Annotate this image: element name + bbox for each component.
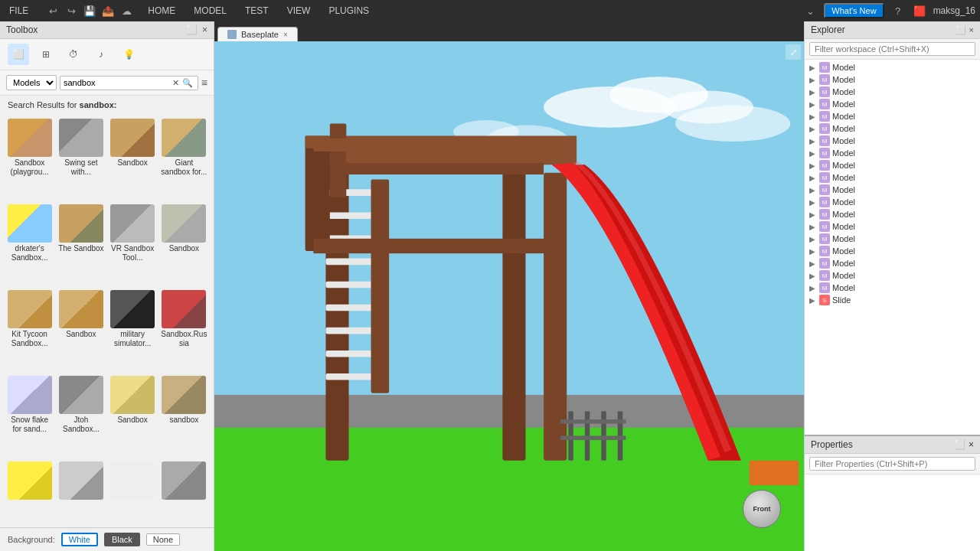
result-item[interactable]: military simulator... bbox=[108, 287, 158, 371]
search-input[interactable] bbox=[64, 78, 171, 87]
result-item[interactable]: Kit Tycoon Sandbox... bbox=[5, 287, 54, 371]
result-thumbnail bbox=[110, 461, 155, 500]
properties-search-input[interactable] bbox=[809, 457, 975, 471]
result-item[interactable]: Sandbox (playgrou... bbox=[5, 116, 54, 200]
tree-arrow-icon: ▶ bbox=[809, 210, 817, 219]
tree-item[interactable]: ▶ M Model bbox=[805, 122, 980, 135]
result-item[interactable]: Jtoh Sandbox... bbox=[56, 373, 106, 457]
camera-control[interactable]: Front bbox=[743, 490, 789, 536]
menu-plugins[interactable]: PLUGINS bbox=[324, 4, 374, 18]
models-tab-icon[interactable]: ⬜ bbox=[8, 44, 29, 65]
model-icon: M bbox=[819, 184, 830, 195]
result-thumbnail bbox=[59, 119, 103, 157]
viewport-maximize-button[interactable]: ⤢ bbox=[786, 44, 801, 60]
menu-view[interactable]: VIEW bbox=[283, 4, 315, 18]
tree-item[interactable]: ▶ M Model bbox=[805, 245, 980, 257]
result-item[interactable]: Sandbox bbox=[108, 116, 158, 200]
model-icon: M bbox=[819, 282, 830, 293]
tree-item[interactable]: ▶ M Model bbox=[805, 257, 980, 269]
tree-item[interactable]: ▶ M Model bbox=[805, 147, 980, 159]
result-item[interactable]: Swing set with... bbox=[56, 116, 106, 200]
result-thumbnail bbox=[59, 290, 103, 328]
search-query-text: sandbox: bbox=[80, 100, 117, 109]
audio-icon[interactable]: ♪ bbox=[90, 44, 112, 65]
bulb-icon[interactable]: 💡 bbox=[118, 44, 139, 65]
properties-expand-icon[interactable]: ⬜ bbox=[954, 439, 965, 450]
tree-item[interactable]: ▶ M Model bbox=[805, 220, 980, 233]
result-item[interactable] bbox=[56, 458, 106, 524]
svg-rect-38 bbox=[313, 139, 362, 152]
publish-icon[interactable]: 📤 bbox=[100, 3, 116, 18]
viewport[interactable]: ⤢ Front bbox=[214, 41, 804, 551]
result-item[interactable]: The Sandbox bbox=[56, 201, 106, 285]
tree-item[interactable]: ▶ M Model bbox=[805, 269, 980, 282]
tree-item[interactable]: ▶ M Model bbox=[805, 171, 980, 184]
tree-item[interactable]: ▶ M Model bbox=[805, 73, 980, 86]
result-item[interactable]: VR Sandbox Tool... bbox=[108, 201, 158, 285]
tab-close-icon[interactable]: × bbox=[283, 31, 288, 39]
result-item[interactable]: Sandbox bbox=[108, 373, 158, 457]
tree-item[interactable]: ▶ M Model bbox=[805, 61, 980, 73]
result-item[interactable]: Sandbox bbox=[159, 201, 209, 285]
menu-test[interactable]: TEST bbox=[240, 4, 273, 18]
tree-item[interactable]: ▶ M Model bbox=[805, 86, 980, 98]
background-black-button[interactable]: Black bbox=[104, 533, 140, 546]
clock-icon[interactable]: ⏱ bbox=[63, 44, 84, 65]
tree-item[interactable]: ▶ M Model bbox=[805, 208, 980, 220]
explorer-search-input[interactable] bbox=[809, 42, 975, 56]
tree-item[interactable]: ▶ M Model bbox=[805, 282, 980, 294]
whats-new-button[interactable]: What's New bbox=[824, 3, 884, 18]
result-item[interactable]: drkater's Sandbox... bbox=[5, 201, 54, 285]
result-label: Kit Tycoon Sandbox... bbox=[6, 330, 53, 348]
toolbox-expand-icon[interactable]: ⬜ bbox=[186, 24, 198, 35]
filter-options-button[interactable]: ≡ bbox=[201, 77, 207, 89]
tree-item-slide[interactable]: ▶ S Slide bbox=[805, 294, 980, 306]
explorer-close-icon[interactable]: × bbox=[969, 25, 974, 35]
tree-item[interactable]: ▶ M Model bbox=[805, 98, 980, 110]
background-none-button[interactable]: None bbox=[146, 533, 180, 546]
username-label: maksg_16 bbox=[933, 5, 975, 16]
tree-item[interactable]: ▶ M Model bbox=[805, 233, 980, 245]
result-item[interactable]: sandbox bbox=[159, 373, 209, 457]
category-dropdown[interactable]: Models bbox=[6, 75, 57, 90]
result-item[interactable] bbox=[159, 458, 209, 524]
explorer-expand-icon[interactable]: ⬜ bbox=[956, 25, 966, 35]
tree-arrow-icon: ▶ bbox=[809, 198, 817, 207]
help-icon[interactable]: ? bbox=[890, 3, 906, 18]
svg-rect-15 bbox=[325, 212, 374, 219]
menu-model[interactable]: MODEL bbox=[189, 4, 231, 18]
menu-file[interactable]: FILE bbox=[5, 4, 33, 18]
result-item[interactable] bbox=[108, 458, 158, 524]
undo-icon[interactable]: ↩ bbox=[45, 3, 60, 18]
clear-search-button[interactable]: ✕ bbox=[171, 77, 181, 89]
result-thumbnail bbox=[110, 290, 155, 328]
result-item[interactable]: Sandbox bbox=[56, 287, 106, 371]
result-thumbnail bbox=[8, 204, 52, 243]
tree-item[interactable]: ▶ M Model bbox=[805, 196, 980, 208]
toolbox-close-icon[interactable]: × bbox=[202, 24, 207, 35]
save-icon[interactable]: 💾 bbox=[82, 3, 97, 18]
cloud-icon[interactable]: ☁ bbox=[119, 3, 134, 18]
menu-home[interactable]: HOME bbox=[143, 4, 180, 18]
background-white-button[interactable]: White bbox=[61, 533, 98, 546]
result-item[interactable]: Snow flake for sand... bbox=[5, 373, 54, 457]
svg-rect-32 bbox=[560, 436, 626, 440]
tree-item[interactable]: ▶ M Model bbox=[805, 184, 980, 196]
camera-orb[interactable]: Front bbox=[743, 490, 781, 528]
redo-icon[interactable]: ↪ bbox=[64, 3, 79, 18]
tree-item[interactable]: ▶ M Model bbox=[805, 159, 980, 171]
grid-icon[interactable]: ⊞ bbox=[35, 44, 57, 65]
properties-close-icon[interactable]: × bbox=[969, 439, 974, 450]
search-button[interactable]: 🔍 bbox=[181, 77, 194, 89]
chevron-down-icon[interactable]: ⌄ bbox=[802, 3, 818, 18]
tree-item[interactable]: ▶ M Model bbox=[805, 110, 980, 122]
tree-item[interactable]: ▶ M Model bbox=[805, 135, 980, 147]
result-item[interactable]: Giant sandbox for... bbox=[159, 116, 209, 200]
baseplate-tab[interactable]: Baseplate × bbox=[217, 27, 298, 41]
result-item[interactable]: Sandbox.Russia bbox=[159, 287, 209, 371]
tree-item-label: Model bbox=[832, 63, 855, 72]
result-item[interactable] bbox=[5, 458, 54, 524]
toolbox-header: Toolbox ⬜ × bbox=[0, 21, 214, 39]
center-area: Baseplate × bbox=[214, 21, 804, 551]
roblox-icon: 🟥 bbox=[912, 3, 927, 18]
